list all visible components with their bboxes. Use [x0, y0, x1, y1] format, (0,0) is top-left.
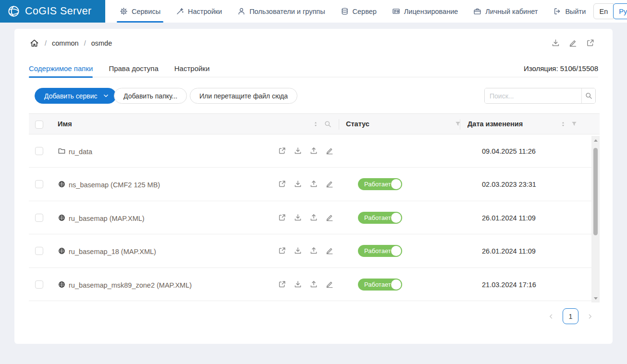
row-actions: [278, 280, 334, 289]
service-globe-icon: [58, 180, 66, 188]
upload-icon[interactable]: [309, 146, 318, 155]
breadcrumb-folder[interactable]: common: [52, 39, 79, 47]
user-icon: [237, 7, 246, 15]
filter-date-icon[interactable]: [571, 121, 578, 127]
sort-date-icon[interactable]: [560, 121, 566, 128]
nav-item-account[interactable]: Личный кабинет: [466, 0, 545, 23]
status-toggle[interactable]: Работает: [358, 245, 402, 257]
open-external-icon[interactable]: [278, 146, 286, 155]
search-button[interactable]: [581, 88, 595, 103]
search-name-icon[interactable]: [324, 120, 332, 128]
scrollbar[interactable]: [591, 136, 600, 303]
upload-icon[interactable]: [309, 180, 318, 188]
open-external-icon[interactable]: [278, 280, 286, 289]
open-external-icon[interactable]: [586, 38, 595, 48]
database-icon: [341, 7, 349, 15]
breadcrumb-current[interactable]: osmde: [91, 39, 112, 47]
lang-en-button[interactable]: En: [593, 3, 614, 19]
lang-ru-button[interactable]: Рус: [613, 3, 627, 19]
edit-icon[interactable]: [325, 180, 334, 188]
breadcrumb: / common / osmde: [29, 38, 112, 48]
toggle-knob: [391, 179, 401, 189]
add-folder-button[interactable]: Добавить папку...: [114, 88, 187, 104]
folder-icon: [58, 147, 66, 155]
status-toggle[interactable]: Работает: [358, 178, 402, 190]
drop-file-zone[interactable]: Или перетащите файл сюда: [190, 88, 297, 104]
row-checkbox[interactable]: [35, 214, 43, 222]
nav-label: Выйти: [565, 8, 586, 15]
item-name-link[interactable]: ns_basemap (CMF2 125 MB): [69, 181, 160, 189]
download-icon[interactable]: [294, 213, 302, 222]
app: CoGIS Server Сервисы: [0, 0, 627, 364]
tab-settings[interactable]: Настройки: [174, 62, 210, 77]
row-checkbox[interactable]: [35, 180, 43, 188]
nav-item-licensing[interactable]: Лицензирование: [384, 0, 466, 23]
nav-label: Настройки: [188, 8, 222, 15]
nav-item-logout[interactable]: Выйти: [545, 0, 593, 23]
upload-icon[interactable]: [309, 213, 318, 222]
download-icon[interactable]: [294, 280, 302, 289]
search-input[interactable]: [485, 88, 581, 103]
edit-icon[interactable]: [325, 246, 334, 255]
scrollbar-thumb[interactable]: [593, 148, 598, 235]
table-body: ru_data 09.04.2025 11:26: [29, 134, 600, 301]
toggle-knob: [391, 279, 401, 290]
table-row: ru_basemap_msk89_zone2 (MAP.XML) Работае…: [29, 268, 600, 301]
edit-icon[interactable]: [325, 213, 334, 222]
brand-logo[interactable]: CoGIS Server: [0, 0, 105, 23]
sort-name-icon[interactable]: [313, 121, 319, 128]
download-icon[interactable]: [294, 180, 302, 188]
status-label: Работает: [358, 281, 391, 288]
scroll-up-arrow[interactable]: [591, 137, 600, 144]
status-label: Работает: [358, 247, 391, 255]
select-all-checkbox[interactable]: [35, 121, 43, 129]
download-icon[interactable]: [551, 38, 560, 48]
open-external-icon[interactable]: [278, 213, 286, 222]
page-number-button[interactable]: 1: [563, 308, 578, 324]
table-row: ru_basemap (MAP.XML) Работает 26.01.2024…: [29, 201, 600, 234]
item-name-link[interactable]: ru_basemap_msk89_zone2 (MAP.XML): [69, 281, 192, 289]
row-actions: [278, 146, 334, 155]
table-row: ru_data 09.04.2025 11:26: [29, 134, 600, 168]
item-name-link[interactable]: ru_basemap_18 (MAP.XML): [69, 248, 156, 255]
download-icon[interactable]: [294, 246, 302, 255]
nav-item-users-groups[interactable]: Пользователи и группы: [230, 0, 332, 23]
tab-access-rights[interactable]: Права доступа: [109, 62, 158, 77]
pagination: 1: [548, 308, 593, 324]
edit-icon[interactable]: [325, 280, 334, 289]
edit-icon[interactable]: [325, 146, 334, 155]
add-service-button[interactable]: Добавить сервис: [35, 88, 116, 104]
nav-item-services[interactable]: Сервисы: [112, 0, 168, 23]
status-toggle[interactable]: Работает: [358, 279, 402, 291]
column-date: Дата изменения: [467, 120, 523, 128]
scroll-down-arrow[interactable]: [591, 295, 600, 302]
nav-label: Сервер: [353, 8, 377, 15]
nav-label: Личный кабинет: [485, 8, 538, 15]
wand-icon: [176, 7, 184, 15]
item-name-link[interactable]: ru_basemap (MAP.XML): [69, 215, 145, 222]
item-name-link[interactable]: ru_data: [69, 148, 92, 156]
home-icon[interactable]: [29, 38, 39, 48]
prev-page-icon[interactable]: [548, 313, 554, 320]
column-divider: [339, 119, 339, 130]
open-external-icon[interactable]: [278, 180, 286, 188]
next-page-icon[interactable]: [587, 313, 593, 320]
row-checkbox[interactable]: [35, 280, 43, 289]
nav-item-server[interactable]: Сервер: [333, 0, 384, 23]
edit-icon[interactable]: [568, 38, 578, 48]
toggle-knob: [391, 246, 401, 256]
open-external-icon[interactable]: [278, 246, 286, 255]
upload-icon[interactable]: [309, 246, 318, 255]
row-actions: [278, 180, 334, 188]
upload-icon[interactable]: [309, 280, 318, 289]
nav-item-settings[interactable]: Настройки: [168, 0, 230, 23]
download-icon[interactable]: [294, 146, 302, 155]
table-row: ns_basemap (CMF2 125 MB) Работает 02.03.…: [29, 168, 600, 201]
nav-label: Сервисы: [132, 8, 160, 15]
column-name: Имя: [58, 120, 72, 128]
status-toggle[interactable]: Работает: [358, 212, 402, 224]
nav-label: Пользователи и группы: [249, 8, 325, 15]
row-checkbox[interactable]: [35, 147, 43, 155]
tab-folder-content[interactable]: Содержимое папки: [29, 62, 93, 77]
row-checkbox[interactable]: [35, 247, 43, 255]
